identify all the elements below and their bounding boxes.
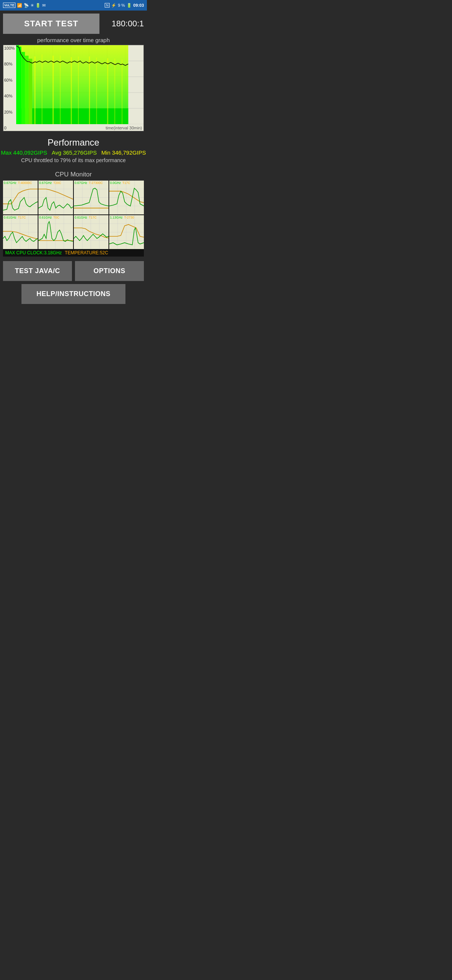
cpu-monitor-section: CPU Monitor 0.67GHz T-40000C bbox=[0, 165, 147, 258]
svg-rect-28 bbox=[115, 59, 115, 124]
battery-percent: 9 % bbox=[118, 3, 125, 8]
cpu-freq-0: 0.67GHz bbox=[4, 181, 17, 185]
performance-label: Performance bbox=[0, 137, 147, 148]
graph-section: performance over time graph 100% 80% 60%… bbox=[0, 37, 147, 134]
cpu-temp-0: T-40000C bbox=[18, 181, 32, 185]
cpu-freq-3: 0.0GHz bbox=[110, 181, 121, 185]
extra-icon: ✳ bbox=[30, 3, 34, 8]
graph-x-label: time(interval 30min) bbox=[105, 126, 142, 130]
svg-rect-20 bbox=[53, 56, 54, 124]
svg-rect-24 bbox=[42, 54, 43, 124]
performance-stats: Performance Max 440,092GIPS Avg 365,276G… bbox=[0, 134, 147, 165]
cpu-cell-5: 0.61GHz T0C bbox=[38, 215, 73, 249]
battery-charging-icon: 🔋 bbox=[35, 3, 41, 8]
svg-rect-21 bbox=[71, 57, 72, 124]
cpu-bottom-status: MAX CPU CLOCK:3.18GHz TEMPERATURE:52C bbox=[3, 249, 144, 256]
top-controls: START TEST 180:00:1 bbox=[0, 11, 147, 37]
svg-rect-23 bbox=[107, 58, 108, 124]
svg-rect-18 bbox=[29, 59, 32, 124]
cpu-monitor-title: CPU Monitor bbox=[3, 171, 144, 178]
cpu-temp-7: T-2730 bbox=[124, 216, 134, 220]
graph-title: performance over time graph bbox=[3, 37, 144, 43]
graph-y-labels: 100% 80% 60% 40% 20% 0 bbox=[3, 45, 15, 131]
perf-avg: Avg 365,276GIPS bbox=[52, 150, 97, 156]
svg-rect-15 bbox=[19, 47, 21, 124]
y-label-20: 20% bbox=[3, 110, 15, 115]
cpu-cell-7: 1.13GHz T-2730 bbox=[109, 215, 144, 249]
cpu-clock-label: MAX CPU CLOCK:3.18GHz bbox=[5, 250, 62, 255]
y-label-60: 60% bbox=[3, 78, 15, 83]
perf-min: Min 346,792GIPS bbox=[101, 150, 146, 156]
cpu-temp-label: TEMPERATURE:52C bbox=[65, 250, 108, 255]
y-label-80: 80% bbox=[3, 62, 15, 66]
wifi-icon: 📡 bbox=[24, 3, 29, 8]
throttle-text: CPU throttled to 79% of its max performa… bbox=[0, 157, 147, 163]
performance-numbers: Max 440,092GIPS Avg 365,276GIPS Min 346,… bbox=[0, 150, 147, 156]
svg-rect-17 bbox=[25, 56, 29, 124]
svg-rect-27 bbox=[96, 57, 97, 124]
svg-rect-22 bbox=[89, 56, 90, 124]
svg-rect-19 bbox=[34, 56, 35, 124]
time-display: 09:03 bbox=[133, 3, 144, 8]
performance-graph-svg bbox=[16, 45, 144, 124]
perf-max: Max 440,092GIPS bbox=[1, 150, 48, 156]
help-instructions-button[interactable]: HELP/INSTRUCTIONS bbox=[21, 284, 126, 304]
volte-icon: VoLTE bbox=[3, 3, 16, 8]
cpu-cell-1: 0.67GHz T20C bbox=[38, 181, 73, 215]
cpu-freq-7: 1.13GHz bbox=[110, 216, 123, 220]
cpu-cell-2: 0.67GHz T-27300C bbox=[74, 181, 109, 215]
cpu-temp-5: T0C bbox=[53, 216, 59, 220]
graph-container: 100% 80% 60% 40% 20% 0 bbox=[3, 45, 144, 131]
svg-rect-14 bbox=[16, 45, 19, 124]
cpu-freq-2: 0.67GHz bbox=[75, 181, 87, 185]
status-bar: VoLTE 📶 📡 ✳ 🔋 ✉ N ⚡ 9 % 🔋 09:03 bbox=[0, 0, 147, 11]
svg-rect-13 bbox=[16, 108, 128, 124]
cpu-temp-2: T-27300C bbox=[89, 181, 103, 185]
status-left: VoLTE 📶 📡 ✳ 🔋 ✉ bbox=[3, 3, 46, 8]
y-label-100: 100% bbox=[3, 46, 15, 51]
bluetooth-icon: ⚡ bbox=[111, 3, 117, 8]
cpu-freq-4: 0.61GHz bbox=[4, 216, 17, 220]
cpu-cell-4: 0.61GHz T17C bbox=[3, 215, 38, 249]
cpu-cell-6: 0.61GHz T17C bbox=[74, 215, 109, 249]
svg-rect-26 bbox=[78, 56, 79, 124]
battery-icon: 🔋 bbox=[126, 3, 132, 8]
svg-rect-16 bbox=[21, 52, 25, 124]
y-label-40: 40% bbox=[3, 94, 15, 98]
svg-rect-25 bbox=[60, 56, 61, 124]
start-test-button[interactable]: START TEST bbox=[3, 14, 99, 34]
cpu-freq-1: 0.67GHz bbox=[39, 181, 52, 185]
cpu-cell-0: 0.67GHz T-40000C bbox=[3, 181, 38, 215]
cpu-freq-6: 0.61GHz bbox=[75, 216, 87, 220]
options-button[interactable]: OPTIONS bbox=[75, 261, 144, 281]
help-btn-row: HELP/INSTRUCTIONS bbox=[0, 284, 147, 310]
cpu-grid: 0.67GHz T-40000C 0.67GHz bbox=[3, 181, 144, 249]
y-label-0: 0 bbox=[3, 126, 15, 130]
cpu-temp-1: T20C bbox=[53, 181, 61, 185]
signal-icon: 📶 bbox=[17, 3, 22, 8]
timer-display: 180:00:1 bbox=[102, 19, 144, 29]
cpu-temp-4: T17C bbox=[18, 216, 26, 220]
cpu-freq-5: 0.61GHz bbox=[39, 216, 52, 220]
cpu-temp-3: T17C bbox=[122, 181, 130, 185]
cpu-temp-6: T17C bbox=[89, 216, 97, 220]
nfc-icon: N bbox=[105, 3, 110, 8]
test-java-c-button[interactable]: TEST JAVA/C bbox=[3, 261, 72, 281]
svg-rect-29 bbox=[122, 59, 122, 124]
cpu-cell-3: 0.0GHz T17C bbox=[109, 181, 144, 215]
graph-canvas-area bbox=[16, 45, 144, 124]
status-right: N ⚡ 9 % 🔋 09:03 bbox=[105, 3, 144, 8]
mail-icon: ✉ bbox=[42, 3, 46, 8]
bottom-buttons: TEST JAVA/C OPTIONS bbox=[0, 258, 147, 284]
